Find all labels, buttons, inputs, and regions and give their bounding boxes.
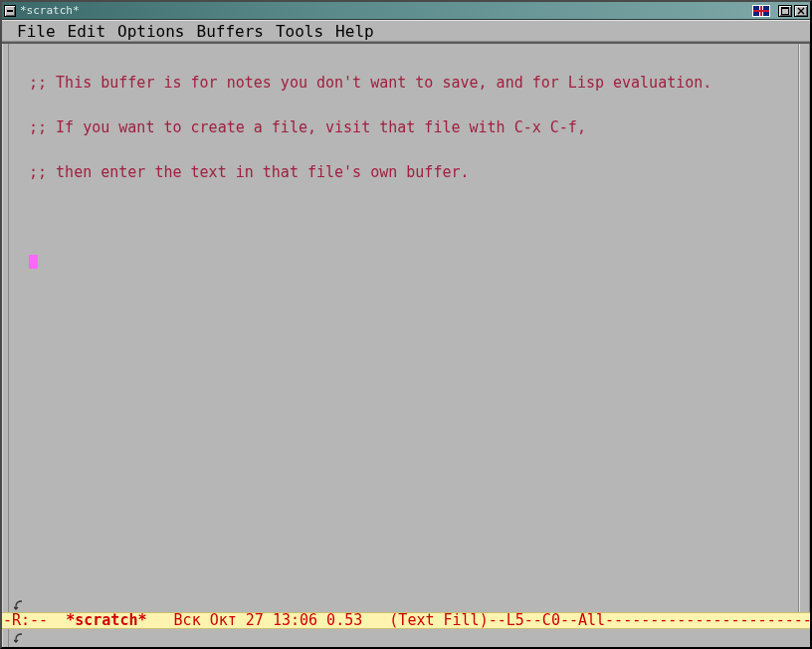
- keyboard-layout-flag-icon[interactable]: [752, 5, 770, 17]
- modeline-buffer-name: *scratch*: [66, 612, 146, 629]
- maximize-button[interactable]: [778, 5, 792, 17]
- modeline-trail: ------------------------: [605, 612, 810, 629]
- menu-tools[interactable]: Tools: [271, 22, 328, 41]
- vertical-scrollbar[interactable]: [798, 44, 810, 612]
- menu-bar: File Edit Options Buffers Tools Help: [2, 20, 810, 44]
- menu-options[interactable]: Options: [112, 22, 189, 41]
- outer-border-left: [2, 629, 9, 647]
- modeline-info: Вск Окт 27 13:06 0.53 (Text Fill)--L5--C…: [147, 612, 606, 629]
- minibuffer-row: [2, 629, 810, 647]
- minibuffer[interactable]: [29, 629, 810, 647]
- mode-line[interactable]: -R:-- *scratch* Вск Окт 27 13:06 0.53 (T…: [2, 612, 810, 629]
- system-menu-icon[interactable]: [4, 5, 16, 17]
- editor-area: ;; This buffer is for notes you don't wa…: [2, 44, 810, 612]
- buffer-line: [29, 255, 796, 270]
- menu-edit[interactable]: Edit: [63, 22, 111, 41]
- buffer-line: ;; If you want to create a file, visit t…: [29, 120, 796, 135]
- outer-border-left: [2, 44, 9, 612]
- menu-file[interactable]: File: [12, 22, 61, 41]
- window-titlebar: *scratch*: [2, 2, 810, 20]
- buffer-line: [29, 210, 796, 225]
- modeline-status: -R:--: [3, 612, 66, 629]
- minibuffer-fringe: [9, 629, 29, 647]
- continuation-arrow-icon: [14, 633, 24, 643]
- text-buffer[interactable]: ;; This buffer is for notes you don't wa…: [29, 44, 798, 612]
- buffer-line: ;; This buffer is for notes you don't wa…: [29, 76, 796, 91]
- close-button[interactable]: [794, 5, 808, 17]
- menu-help[interactable]: Help: [330, 22, 379, 41]
- continuation-arrow-icon: [14, 600, 24, 610]
- buffer-line: ;; then enter the text in that file's ow…: [29, 165, 796, 180]
- window-title: *scratch*: [20, 4, 80, 17]
- menu-buffers[interactable]: Buffers: [192, 22, 269, 41]
- left-fringe: [9, 44, 29, 612]
- text-cursor: [29, 255, 38, 269]
